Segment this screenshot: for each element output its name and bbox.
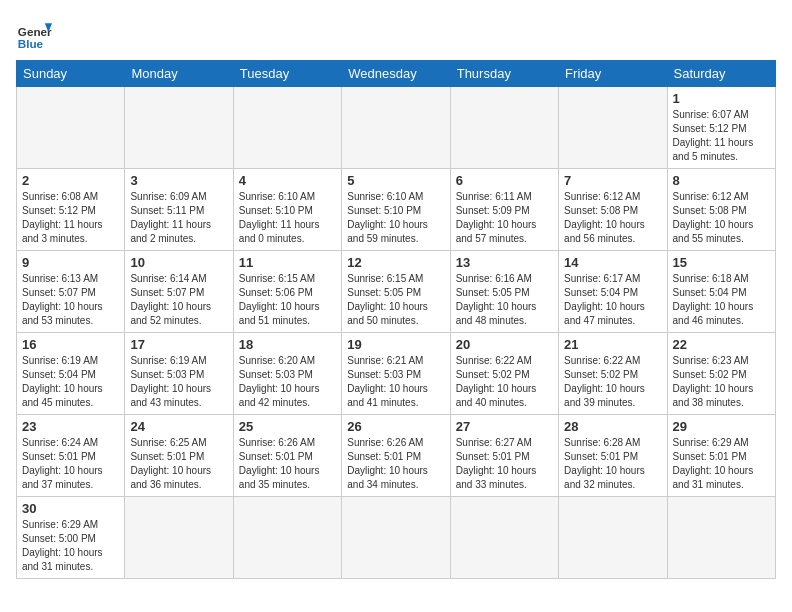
calendar-cell: 6Sunrise: 6:11 AM Sunset: 5:09 PM Daylig… [450,169,558,251]
day-info: Sunrise: 6:27 AM Sunset: 5:01 PM Dayligh… [456,436,553,492]
day-info: Sunrise: 6:19 AM Sunset: 5:03 PM Dayligh… [130,354,227,410]
weekday-header-saturday: Saturday [667,61,775,87]
day-number: 28 [564,419,661,434]
calendar-cell: 4Sunrise: 6:10 AM Sunset: 5:10 PM Daylig… [233,169,341,251]
day-number: 23 [22,419,119,434]
calendar-cell: 19Sunrise: 6:21 AM Sunset: 5:03 PM Dayli… [342,333,450,415]
svg-text:Blue: Blue [18,37,44,50]
day-number: 12 [347,255,444,270]
calendar-cell [233,497,341,579]
day-number: 18 [239,337,336,352]
day-number: 27 [456,419,553,434]
calendar-cell [342,87,450,169]
calendar-cell: 23Sunrise: 6:24 AM Sunset: 5:01 PM Dayli… [17,415,125,497]
calendar-cell [125,87,233,169]
day-number: 21 [564,337,661,352]
page-header: General Blue [16,16,776,52]
day-info: Sunrise: 6:29 AM Sunset: 5:00 PM Dayligh… [22,518,119,574]
calendar-cell [342,497,450,579]
day-number: 22 [673,337,770,352]
day-number: 14 [564,255,661,270]
calendar-cell [125,497,233,579]
day-info: Sunrise: 6:25 AM Sunset: 5:01 PM Dayligh… [130,436,227,492]
day-info: Sunrise: 6:29 AM Sunset: 5:01 PM Dayligh… [673,436,770,492]
weekday-header-friday: Friday [559,61,667,87]
calendar-cell: 8Sunrise: 6:12 AM Sunset: 5:08 PM Daylig… [667,169,775,251]
day-number: 19 [347,337,444,352]
calendar-cell: 28Sunrise: 6:28 AM Sunset: 5:01 PM Dayli… [559,415,667,497]
day-number: 24 [130,419,227,434]
day-info: Sunrise: 6:15 AM Sunset: 5:06 PM Dayligh… [239,272,336,328]
day-info: Sunrise: 6:12 AM Sunset: 5:08 PM Dayligh… [564,190,661,246]
day-info: Sunrise: 6:10 AM Sunset: 5:10 PM Dayligh… [239,190,336,246]
day-number: 4 [239,173,336,188]
calendar-cell: 1Sunrise: 6:07 AM Sunset: 5:12 PM Daylig… [667,87,775,169]
calendar-cell: 24Sunrise: 6:25 AM Sunset: 5:01 PM Dayli… [125,415,233,497]
day-number: 29 [673,419,770,434]
day-number: 9 [22,255,119,270]
calendar-cell: 11Sunrise: 6:15 AM Sunset: 5:06 PM Dayli… [233,251,341,333]
calendar-cell [17,87,125,169]
day-info: Sunrise: 6:10 AM Sunset: 5:10 PM Dayligh… [347,190,444,246]
day-number: 1 [673,91,770,106]
day-info: Sunrise: 6:13 AM Sunset: 5:07 PM Dayligh… [22,272,119,328]
day-info: Sunrise: 6:22 AM Sunset: 5:02 PM Dayligh… [564,354,661,410]
day-number: 26 [347,419,444,434]
day-number: 25 [239,419,336,434]
day-number: 13 [456,255,553,270]
day-info: Sunrise: 6:08 AM Sunset: 5:12 PM Dayligh… [22,190,119,246]
day-number: 16 [22,337,119,352]
day-info: Sunrise: 6:12 AM Sunset: 5:08 PM Dayligh… [673,190,770,246]
day-info: Sunrise: 6:26 AM Sunset: 5:01 PM Dayligh… [239,436,336,492]
day-number: 5 [347,173,444,188]
weekday-header-wednesday: Wednesday [342,61,450,87]
calendar-cell: 30Sunrise: 6:29 AM Sunset: 5:00 PM Dayli… [17,497,125,579]
calendar-cell: 3Sunrise: 6:09 AM Sunset: 5:11 PM Daylig… [125,169,233,251]
day-number: 7 [564,173,661,188]
calendar-cell: 7Sunrise: 6:12 AM Sunset: 5:08 PM Daylig… [559,169,667,251]
calendar-cell: 20Sunrise: 6:22 AM Sunset: 5:02 PM Dayli… [450,333,558,415]
calendar-cell [559,87,667,169]
day-info: Sunrise: 6:14 AM Sunset: 5:07 PM Dayligh… [130,272,227,328]
calendar-cell: 22Sunrise: 6:23 AM Sunset: 5:02 PM Dayli… [667,333,775,415]
day-info: Sunrise: 6:15 AM Sunset: 5:05 PM Dayligh… [347,272,444,328]
calendar-cell: 26Sunrise: 6:26 AM Sunset: 5:01 PM Dayli… [342,415,450,497]
day-number: 11 [239,255,336,270]
logo-icon: General Blue [16,16,52,52]
calendar-cell: 12Sunrise: 6:15 AM Sunset: 5:05 PM Dayli… [342,251,450,333]
day-info: Sunrise: 6:07 AM Sunset: 5:12 PM Dayligh… [673,108,770,164]
calendar-cell: 13Sunrise: 6:16 AM Sunset: 5:05 PM Dayli… [450,251,558,333]
day-number: 8 [673,173,770,188]
calendar-cell [559,497,667,579]
calendar-cell: 18Sunrise: 6:20 AM Sunset: 5:03 PM Dayli… [233,333,341,415]
calendar-cell: 10Sunrise: 6:14 AM Sunset: 5:07 PM Dayli… [125,251,233,333]
weekday-header-thursday: Thursday [450,61,558,87]
calendar-cell: 25Sunrise: 6:26 AM Sunset: 5:01 PM Dayli… [233,415,341,497]
day-info: Sunrise: 6:20 AM Sunset: 5:03 PM Dayligh… [239,354,336,410]
day-info: Sunrise: 6:28 AM Sunset: 5:01 PM Dayligh… [564,436,661,492]
calendar-cell [450,87,558,169]
calendar-cell: 27Sunrise: 6:27 AM Sunset: 5:01 PM Dayli… [450,415,558,497]
calendar-table: SundayMondayTuesdayWednesdayThursdayFrid… [16,60,776,579]
day-info: Sunrise: 6:09 AM Sunset: 5:11 PM Dayligh… [130,190,227,246]
calendar-cell: 17Sunrise: 6:19 AM Sunset: 5:03 PM Dayli… [125,333,233,415]
day-number: 2 [22,173,119,188]
calendar-cell: 9Sunrise: 6:13 AM Sunset: 5:07 PM Daylig… [17,251,125,333]
logo: General Blue [16,16,56,52]
day-number: 17 [130,337,227,352]
day-number: 10 [130,255,227,270]
day-info: Sunrise: 6:19 AM Sunset: 5:04 PM Dayligh… [22,354,119,410]
day-number: 3 [130,173,227,188]
day-number: 15 [673,255,770,270]
calendar-cell: 15Sunrise: 6:18 AM Sunset: 5:04 PM Dayli… [667,251,775,333]
day-info: Sunrise: 6:16 AM Sunset: 5:05 PM Dayligh… [456,272,553,328]
day-info: Sunrise: 6:18 AM Sunset: 5:04 PM Dayligh… [673,272,770,328]
calendar-cell [450,497,558,579]
day-info: Sunrise: 6:21 AM Sunset: 5:03 PM Dayligh… [347,354,444,410]
day-info: Sunrise: 6:23 AM Sunset: 5:02 PM Dayligh… [673,354,770,410]
calendar-cell: 5Sunrise: 6:10 AM Sunset: 5:10 PM Daylig… [342,169,450,251]
day-info: Sunrise: 6:17 AM Sunset: 5:04 PM Dayligh… [564,272,661,328]
day-info: Sunrise: 6:22 AM Sunset: 5:02 PM Dayligh… [456,354,553,410]
day-number: 30 [22,501,119,516]
calendar-cell [233,87,341,169]
